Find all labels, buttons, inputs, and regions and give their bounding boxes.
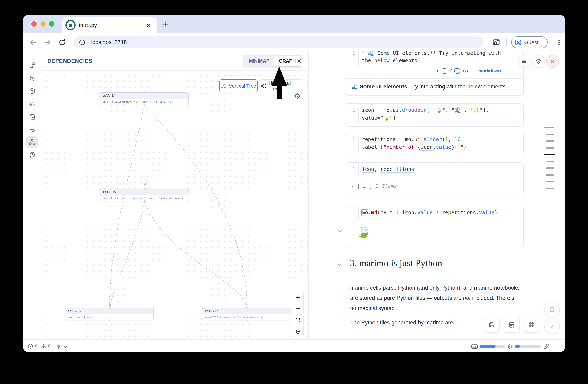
markdown-output: 🌊 Some UI elements. Try interacting with…: [351, 83, 507, 90]
stop-kernel-button[interactable]: [544, 302, 560, 317]
back-icon[interactable]: [29, 38, 38, 47]
cell-divider: [345, 65, 524, 66]
window-close-button[interactable]: [31, 21, 37, 27]
minimap-cell-marker[interactable]: [546, 161, 554, 162]
cell-slider[interactable]: 1 repetitions = mo.ui.slider(1, 16, labe…: [345, 133, 524, 156]
minimap-cell-marker-active[interactable]: [544, 154, 555, 155]
sidebar-item-file-explorer[interactable]: [26, 59, 38, 71]
warnings-icon[interactable]: [41, 344, 46, 349]
keyboard-shortcuts-button[interactable]: ⌘: [524, 317, 539, 333]
sidebar-item-logs[interactable]: [26, 124, 38, 135]
errors-icon[interactable]: [28, 344, 33, 349]
sidebar-item-snippets[interactable]: [26, 111, 38, 123]
notebook-settings-button[interactable]: ⚙: [532, 55, 545, 68]
memory-icon[interactable]: [471, 344, 478, 350]
address-bar[interactable]: localhost:2718: [74, 37, 484, 48]
reload-icon[interactable]: [58, 38, 67, 47]
minimap-cell-marker[interactable]: [546, 181, 554, 182]
minimap-cell-marker[interactable]: [546, 147, 554, 149]
shutdown-button[interactable]: [546, 55, 559, 68]
minimap-cell-marker[interactable]: [546, 134, 554, 135]
code-line[interactable]: icon = mo.ui.dropdown(["🍃", "🌊", "✨"],: [362, 107, 489, 113]
guest-label: Guest: [524, 37, 538, 48]
minimap-cell-marker[interactable]: [546, 174, 554, 176]
play-icon: [549, 323, 555, 329]
cell-language-label[interactable]: markdown: [478, 68, 501, 74]
window-minimize-button[interactable]: [41, 21, 46, 27]
code-line[interactable]: icon, repetitions: [362, 166, 414, 172]
footer-f-toggle[interactable]: [454, 68, 460, 74]
code-line[interactable]: label=f"number of {icon.value}: "): [362, 144, 467, 150]
forward-icon[interactable]: [43, 38, 52, 47]
footer-info-icon[interactable]: [463, 68, 468, 74]
vertical-tree-button[interactable]: Vertical Tree: [219, 79, 257, 92]
graph-node-cell-16[interactable]: cell-16 icon, repetitions: [65, 308, 154, 320]
minimap-cell-marker[interactable]: [546, 167, 554, 169]
autorun-disabled-icon[interactable]: [56, 344, 62, 349]
section-collapse-chevron-icon[interactable]: [337, 262, 342, 268]
hamburger-menu-icon: [521, 58, 527, 64]
window-zoom-button[interactable]: [49, 21, 54, 27]
footer-r-label[interactable]: r: [437, 68, 439, 74]
node-code: icon = mo.ui.dropdown(["🍃", "🌊", "✨"], v…: [100, 99, 188, 105]
graph-settings-gear-icon[interactable]: ⚙: [294, 92, 301, 101]
save-button[interactable]: [484, 317, 500, 333]
minimap-cell-marker[interactable]: [546, 140, 554, 142]
code-line[interactable]: value="🍃"): [362, 115, 396, 121]
collapsed-output[interactable]: › [ … ] 2 Items: [351, 183, 397, 189]
toggle-minimap[interactable]: MINIMAP: [244, 58, 274, 64]
layout-toggle-button[interactable]: [504, 317, 520, 333]
profile-button[interactable]: Guest: [511, 37, 548, 48]
gutter-divider: [358, 136, 358, 153]
code-line[interactable]: repetitions = mo.ui.slider(1, 16,: [362, 136, 464, 142]
sidebar-item-variables[interactable]: [26, 73, 38, 84]
zoom-out-button[interactable]: [292, 303, 304, 314]
ai-sparkle-icon[interactable]: [543, 344, 550, 350]
chevron-down-icon[interactable]: [63, 345, 68, 349]
cell-tuple[interactable]: 1 icon, repetitions › [ … ] 2 Items: [345, 162, 524, 196]
run-all-button[interactable]: [544, 319, 560, 334]
notebook-menu-button[interactable]: [518, 55, 531, 68]
node-code: mo.md("# " + icon.value * repetitions.va…: [202, 314, 291, 320]
cell-dropdown[interactable]: 1 icon = mo.ui.dropdown(["🍃", "🌊", "✨"],…: [345, 103, 524, 127]
sidebar-item-packages[interactable]: [26, 85, 38, 97]
code-line[interactable]: mo.md("# " + icon.value * repetitions.va…: [362, 210, 497, 215]
node-code: repetitions = mo.ui.slider(1, 16, label=…: [100, 195, 189, 201]
code-line[interactable]: ""🌊 Some UI elements.** Try interacting …: [362, 51, 501, 56]
warning-count: 0: [48, 340, 50, 352]
footer-f-label[interactable]: f: [450, 68, 452, 74]
tab-close-icon[interactable]: [146, 23, 151, 28]
minimap-cell-marker[interactable]: [546, 188, 554, 189]
leaf-emoji-output: 🍃: [356, 224, 371, 239]
fit-view-icon: [295, 318, 301, 323]
graph-node-cell-15[interactable]: cell-15 repetitions = mo.ui.slider(1, 16…: [100, 189, 189, 201]
sidebar-item-dependencies[interactable]: [26, 136, 38, 148]
site-info-icon[interactable]: [79, 39, 85, 46]
cpu-usage-bar: [515, 345, 541, 348]
graph-node-cell-14[interactable]: cell-14 icon = mo.ui.dropdown(["🍃", "🌊",…: [100, 92, 189, 105]
cell-markdown-intro[interactable]: 1 ""🌊 Some UI elements.** Try interactin…: [345, 51, 524, 96]
minimap-cell-marker[interactable]: [544, 127, 554, 128]
fit-view-button[interactable]: [292, 315, 304, 326]
sidebar-item-ai-assistant[interactable]: [26, 98, 38, 110]
cpu-icon[interactable]: [507, 344, 513, 350]
sidebar-item-help[interactable]: [26, 149, 38, 161]
new-tab-button[interactable]: [162, 21, 168, 28]
tab-search-icon[interactable]: [492, 38, 501, 47]
node-handle: [246, 307, 248, 309]
browser-menu-icon[interactable]: [555, 38, 563, 46]
zoom-in-button[interactable]: [292, 292, 304, 303]
dependency-graph-canvas[interactable]: Vertical Tree Horizontal Tree ⚙ cell-14 …: [41, 71, 308, 339]
output-collapse-chevron-icon[interactable]: [337, 229, 343, 234]
cell-md-expression[interactable]: 1 mo.md("# " + icon.value * repetitions.…: [345, 206, 524, 247]
panel-close-icon[interactable]: [295, 58, 302, 64]
graph-node-cell-17[interactable]: cell-17 mo.md("# " + icon.value * repeti…: [202, 308, 291, 320]
locate-node-button[interactable]: [292, 326, 304, 337]
status-bar: 0 0: [23, 339, 565, 352]
screenshot-background: m intro.py localhost:2718: [0, 0, 588, 384]
node-title: cell-16: [65, 308, 153, 314]
code-line[interactable]: the below elements.: [362, 58, 420, 63]
browser-tab[interactable]: m intro.py: [63, 18, 157, 33]
footer-r-toggle[interactable]: [442, 68, 447, 74]
graph-edges: [41, 71, 308, 339]
